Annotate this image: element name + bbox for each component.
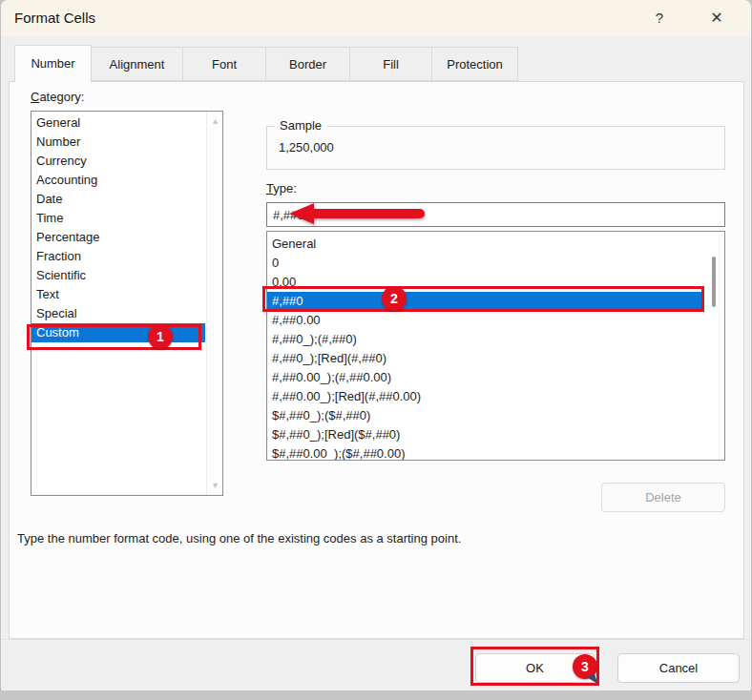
- screen: Format Cells ? ✕ Number Alignment Font B…: [0, 0, 752, 700]
- format-cells-dialog: Format Cells ? ✕ Number Alignment Font B…: [0, 0, 752, 690]
- dialog-footer: OK Cancel: [1, 639, 751, 690]
- type-item-currency-paren[interactable]: $#,##0_);($#,##0): [267, 406, 703, 425]
- category-item-currency[interactable]: Currency: [31, 152, 205, 171]
- category-item-special[interactable]: Special: [31, 304, 205, 323]
- type-scrollbar-thumb[interactable]: [712, 257, 716, 307]
- type-item-paren-decimal-red[interactable]: #,##0.00_);[Red](#,##0.00): [267, 387, 703, 406]
- tab-fill[interactable]: Fill: [350, 47, 432, 81]
- dialog-title: Format Cells: [14, 0, 95, 36]
- category-listbox[interactable]: General Number Currency Accounting Date …: [31, 111, 223, 496]
- tab-strip: Number Alignment Font Border Fill Protec…: [14, 47, 518, 82]
- tab-border[interactable]: Border: [266, 47, 350, 81]
- number-tab-page: Category: General Number Currency Accoun…: [9, 81, 744, 639]
- type-item-currency-decimal[interactable]: $#,##0.00_);($#,##0.00): [267, 444, 703, 461]
- sample-group: Sample 1,250,000: [266, 126, 725, 170]
- category-item-text[interactable]: Text: [31, 285, 205, 304]
- type-item-currency-paren-red[interactable]: $#,##0_);[Red]($#,##0): [267, 425, 703, 444]
- type-item-0[interactable]: 0: [267, 254, 703, 273]
- category-item-custom[interactable]: Custom: [31, 323, 205, 342]
- cancel-button[interactable]: Cancel: [617, 653, 740, 683]
- type-item-paren[interactable]: #,##0_);(#,##0): [267, 330, 703, 349]
- type-item-paren-red[interactable]: #,##0_);[Red](#,##0): [267, 349, 703, 368]
- category-item-percentage[interactable]: Percentage: [31, 228, 205, 247]
- type-listbox[interactable]: General 0 0.00 #,##0 #,##0.00 #,##0_);(#…: [266, 231, 725, 461]
- type-item-0-00[interactable]: 0.00: [267, 273, 703, 292]
- close-icon[interactable]: ✕: [702, 0, 731, 36]
- category-item-general[interactable]: General: [31, 113, 205, 133]
- type-input[interactable]: [266, 202, 725, 227]
- sample-label: Sample: [275, 118, 326, 133]
- type-item-general[interactable]: General: [267, 235, 703, 254]
- scroll-down-icon[interactable]: ▼: [207, 478, 223, 493]
- category-item-number[interactable]: Number: [31, 133, 205, 152]
- category-item-scientific[interactable]: Scientific: [31, 266, 205, 285]
- type-item-paren-decimal[interactable]: #,##0.00_);(#,##0.00): [267, 368, 703, 387]
- category-item-date[interactable]: Date: [31, 190, 205, 209]
- category-items: General Number Currency Accounting Date …: [31, 113, 205, 342]
- ok-button[interactable]: OK: [475, 653, 595, 683]
- category-item-fraction[interactable]: Fraction: [31, 247, 205, 266]
- sample-value: 1,250,000: [279, 140, 334, 154]
- delete-button[interactable]: Delete: [601, 483, 725, 512]
- scroll-up-icon[interactable]: ▲: [207, 113, 223, 129]
- type-items: General 0 0.00 #,##0 #,##0.00 #,##0_);(#…: [267, 235, 703, 461]
- category-scrollbar[interactable]: ▲ ▼: [206, 112, 222, 495]
- tab-font[interactable]: Font: [183, 47, 266, 81]
- title-bar: Format Cells ? ✕: [1, 0, 751, 36]
- type-item-thousands[interactable]: #,##0: [267, 292, 703, 311]
- type-label: Type:: [266, 181, 297, 196]
- format-code-help-text: Type the number format code, using one o…: [17, 531, 723, 546]
- tab-protection[interactable]: Protection: [432, 47, 518, 81]
- category-label: Category:: [31, 90, 84, 104]
- tab-alignment[interactable]: Alignment: [92, 47, 183, 81]
- category-item-time[interactable]: Time: [31, 209, 205, 228]
- type-item-thousands-decimal[interactable]: #,##0.00: [267, 311, 703, 330]
- category-item-accounting[interactable]: Accounting: [31, 171, 205, 190]
- tab-number[interactable]: Number: [14, 45, 92, 82]
- help-icon[interactable]: ?: [645, 0, 674, 36]
